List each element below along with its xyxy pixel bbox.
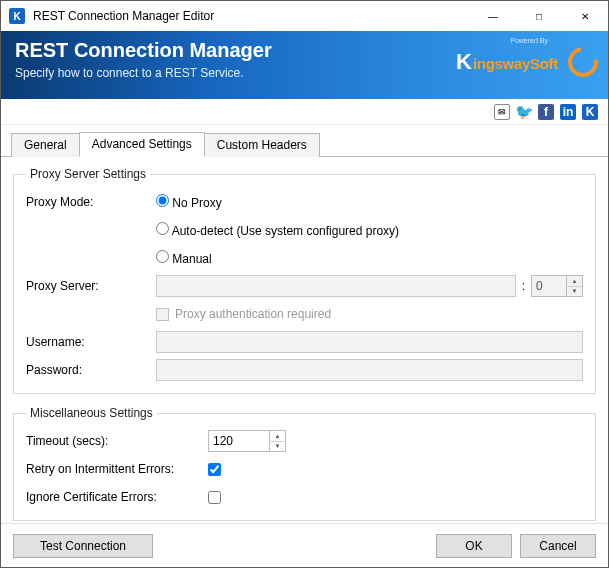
retry-checkbox[interactable] [208, 463, 221, 476]
username-label: Username: [26, 335, 156, 349]
proxy-port-input[interactable] [532, 276, 566, 296]
radio-no-proxy-input[interactable] [156, 194, 169, 207]
ignore-cert-checkbox[interactable] [208, 491, 221, 504]
host-port-separator: : [522, 279, 525, 293]
test-connection-button[interactable]: Test Connection [13, 534, 153, 558]
spin-up-icon[interactable]: ▲ [270, 431, 285, 442]
proxy-server-settings-group: Proxy Server Settings Proxy Mode: No Pro… [13, 167, 596, 394]
username-input[interactable] [156, 331, 583, 353]
proxy-auth-checkbox[interactable] [156, 308, 169, 321]
timeout-spin-buttons[interactable]: ▲▼ [269, 431, 285, 451]
timeout-input[interactable] [209, 431, 269, 451]
spin-down-icon[interactable]: ▼ [270, 442, 285, 452]
tab-advanced-settings[interactable]: Advanced Settings [79, 132, 205, 157]
tabstrip: General Advanced Settings Custom Headers [1, 125, 608, 157]
tab-custom-headers[interactable]: Custom Headers [204, 133, 320, 157]
c-ring-logo-icon [562, 41, 604, 83]
app-icon: K [9, 8, 25, 24]
radio-no-proxy[interactable]: No Proxy [156, 194, 222, 210]
misc-legend: Miscellaneous Settings [26, 406, 157, 420]
spin-down-icon[interactable]: ▼ [567, 287, 582, 297]
timeout-spinner[interactable]: ▲▼ [208, 430, 286, 452]
titlebar: K REST Connection Manager Editor — □ ✕ [1, 1, 608, 31]
proxy-server-input[interactable] [156, 275, 516, 297]
ok-button[interactable]: OK [436, 534, 512, 558]
banner: REST Connection Manager Specify how to c… [1, 31, 608, 99]
maximize-button[interactable]: □ [516, 1, 562, 31]
radio-auto-detect[interactable]: Auto-detect (Use system configured proxy… [156, 222, 399, 238]
linkedin-icon[interactable]: in [560, 104, 576, 120]
radio-auto-detect-input[interactable] [156, 222, 169, 235]
close-button[interactable]: ✕ [562, 1, 608, 31]
social-row: ✉ 🐦 f in K [1, 99, 608, 125]
dialog-footer: Test Connection OK Cancel [1, 523, 608, 567]
password-input[interactable] [156, 359, 583, 381]
tab-content: Proxy Server Settings Proxy Mode: No Pro… [1, 157, 608, 523]
radio-manual-input[interactable] [156, 250, 169, 263]
radio-manual[interactable]: Manual [156, 250, 212, 266]
kingswaysoft-logo: KingswaySoft [456, 49, 558, 75]
mail-icon[interactable]: ✉ [494, 104, 510, 120]
proxy-mode-label: Proxy Mode: [26, 195, 156, 209]
facebook-icon[interactable]: f [538, 104, 554, 120]
powered-by-label: Powered By [510, 37, 548, 44]
banner-heading: REST Connection Manager [15, 39, 272, 62]
ignore-cert-label: Ignore Certificate Errors: [26, 490, 208, 504]
misc-settings-group: Miscellaneous Settings Timeout (secs): ▲… [13, 406, 596, 521]
proxy-server-label: Proxy Server: [26, 279, 156, 293]
kingsway-icon[interactable]: K [582, 104, 598, 120]
retry-label: Retry on Intermittent Errors: [26, 462, 208, 476]
twitter-icon[interactable]: 🐦 [516, 104, 532, 120]
proxy-auth-label: Proxy authentication required [175, 307, 331, 321]
tab-general[interactable]: General [11, 133, 80, 157]
timeout-label: Timeout (secs): [26, 434, 208, 448]
spin-up-icon[interactable]: ▲ [567, 276, 582, 287]
banner-subheading: Specify how to connect to a REST Service… [15, 66, 272, 80]
proxy-port-spinner[interactable]: ▲▼ [531, 275, 583, 297]
password-label: Password: [26, 363, 156, 377]
dialog-window: K REST Connection Manager Editor — □ ✕ R… [0, 0, 609, 568]
banner-logos: KingswaySoft [456, 47, 598, 77]
cancel-button[interactable]: Cancel [520, 534, 596, 558]
window-title: REST Connection Manager Editor [33, 9, 214, 23]
proxy-port-spin-buttons[interactable]: ▲▼ [566, 276, 582, 296]
proxy-legend: Proxy Server Settings [26, 167, 150, 181]
minimize-button[interactable]: — [470, 1, 516, 31]
